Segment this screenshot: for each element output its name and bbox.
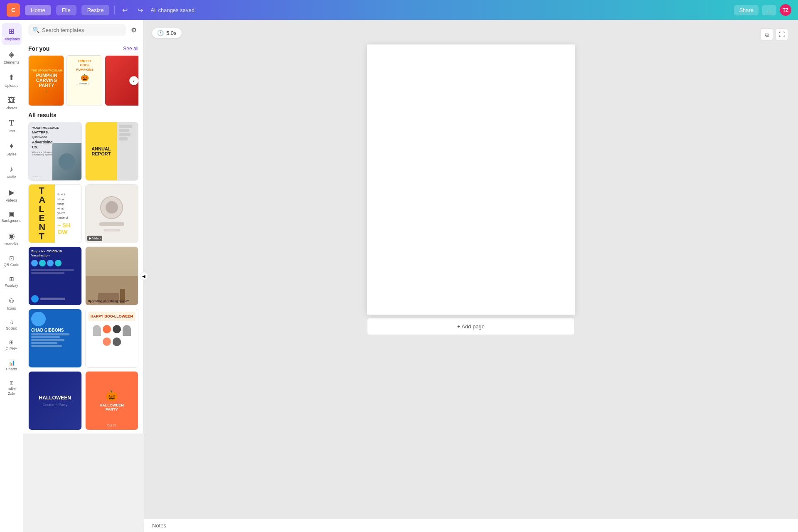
background-icon: ▣ — [9, 211, 14, 217]
search-bar: 🔍 ⚙ — [23, 20, 143, 40]
sidebar-item-giphy[interactable]: ⊞ GIPHY — [2, 336, 22, 355]
template-card-mug[interactable]: ▶ Video — [85, 184, 139, 243]
template-card-chad[interactable]: CHAD GIBBONS — [28, 309, 82, 368]
templates-icon: ⊞ — [8, 27, 15, 36]
template-card-halloween-boo[interactable]: HAPPY BOO-LLOWEEN — [85, 309, 139, 368]
sidebar-item-brandkit[interactable]: ◉ Brand­kit — [2, 228, 22, 250]
all-results-header: All results — [28, 112, 138, 118]
sidebar-item-elements[interactable]: ◈ Elements — [2, 47, 22, 68]
timer-icon: 🕐 — [157, 30, 164, 36]
sidebar-item-label: Background — [1, 219, 21, 223]
templates-panel: 🔍 ⚙ For you See all — [23, 20, 144, 433]
icons-icon: ☺ — [7, 296, 15, 305]
covid-badge — [31, 295, 39, 303]
filter-icon: ⚙ — [131, 27, 137, 34]
sidebar-item-qrcode[interactable]: ⊡ QR Code — [2, 251, 22, 271]
template-card-halloween-orange[interactable]: 🎃 HALLOWEENPARTY Oct 31 — [85, 371, 139, 430]
canvas-copy-button[interactable]: ⧉ — [761, 28, 773, 41]
photos-icon: 🖼 — [8, 96, 15, 105]
template-card-annual[interactable]: ANNUALREPORT — [85, 122, 139, 181]
sidebar-item-label: SoSuc — [6, 326, 17, 331]
topbar-right: Share ... TZ — [734, 4, 791, 16]
video-badge: ▶ Video — [87, 236, 103, 241]
add-page-button[interactable]: + Add page — [367, 318, 575, 335]
carousel-item[interactable]: PRETTYCOOLPUMPKINS 🎃 october 31 — [66, 55, 102, 106]
template-card-talent[interactable]: TALENT time toshowthemwhatyou'remade of … — [28, 184, 82, 243]
sidebar-item-templates[interactable]: ⊞ Templates — [2, 23, 22, 45]
sidebar-item-text[interactable]: T Text — [2, 116, 22, 137]
text-icon: T — [9, 119, 14, 128]
sosuc-icon: ♫ — [10, 319, 14, 325]
all-results-section: All results YOUR MESSAGEMATTERS.Quarkwoo… — [28, 112, 138, 430]
avatar[interactable]: TZ — [780, 4, 791, 16]
panel-wrapper: 🔍 ⚙ For you See all — [23, 20, 144, 532]
canvas-page — [367, 44, 575, 315]
sidebar-item-label: Elements — [4, 60, 20, 65]
canvas-expand-button[interactable]: ⛶ — [776, 28, 788, 41]
qrcode-icon: ⊡ — [9, 255, 14, 261]
app-logo[interactable]: C — [7, 3, 20, 17]
sidebar-item-uploads[interactable]: ⬆ Uploads — [2, 70, 22, 91]
template-card-halloween-blue[interactable]: HALLOWEEN Costume Party — [28, 371, 82, 430]
carousel-next-button[interactable]: › — [129, 76, 138, 85]
template-card-covid[interactable]: Steps for COVID-19 Vaccination — [28, 246, 82, 305]
notes-bar: Notes — [144, 519, 798, 532]
sidebar-item-label: Charts — [6, 367, 17, 372]
sidebar-item-pixabay[interactable]: ⊞ Pixabay — [2, 272, 22, 291]
charts-icon: 📊 — [8, 360, 15, 366]
sidebar-item-photos[interactable]: 🖼 Photos — [2, 93, 22, 114]
notes-label: Notes — [152, 522, 166, 529]
sidebar-item-label: Uploads — [5, 84, 18, 88]
all-results-title: All results — [28, 112, 57, 118]
sidebar-item-videos[interactable]: ▶ Videos — [2, 185, 22, 206]
panel-collapse-button[interactable]: ◀ — [140, 272, 148, 280]
canvas-area: 🕐 5.0s ⧉ ⛶ + Add page Notes — [144, 20, 798, 532]
search-input[interactable] — [42, 27, 122, 33]
sidebar-item-icons[interactable]: ☺ Icons — [2, 293, 22, 314]
template-card-interior[interactable]: Upgrading your living space? — [85, 246, 139, 305]
home-button[interactable]: Home — [25, 5, 51, 15]
see-all-link[interactable]: See all — [123, 46, 138, 52]
taikezaki-icon: ⊞ — [10, 380, 14, 386]
share-button[interactable]: Share — [734, 5, 759, 15]
resize-button[interactable]: Resize — [81, 5, 110, 15]
file-button[interactable]: File — [56, 5, 76, 15]
covid-circle — [31, 260, 38, 266]
sidebar-item-label: Audio — [7, 175, 16, 180]
topbar: C Home File Resize ↩ ↪ All changes saved… — [0, 0, 798, 20]
sidebar-item-audio[interactable]: ♪ Audio — [2, 162, 22, 183]
search-input-wrapper[interactable]: 🔍 — [28, 24, 126, 36]
sidebar-item-taikezaki[interactable]: ⊞ Taike Zaki — [2, 377, 22, 399]
sidebar-item-label: Taike Zaki — [3, 387, 20, 396]
icon-sidebar: ⊞ Templates ◈ Elements ⬆ Uploads 🖼 Photo… — [0, 20, 23, 532]
sidebar-item-label: Videos — [6, 198, 17, 203]
chad-sub — [31, 333, 79, 347]
chad-name: CHAD GIBBONS — [31, 328, 79, 332]
covid-circle — [39, 260, 46, 266]
audio-icon: ♪ — [10, 165, 13, 174]
giphy-icon: ⊞ — [9, 339, 14, 345]
sidebar-item-background[interactable]: ▣ Background — [2, 207, 22, 227]
search-icon: 🔍 — [32, 27, 39, 33]
sidebar-item-sosuc[interactable]: ♫ SoSuc — [2, 315, 22, 334]
more-button[interactable]: ... — [762, 5, 776, 15]
for-you-title: For you — [28, 45, 49, 52]
filter-button[interactable]: ⚙ — [129, 25, 138, 36]
elements-icon: ◈ — [9, 50, 15, 59]
sidebar-item-label: Photos — [5, 106, 17, 111]
sidebar-item-charts[interactable]: 📊 Charts — [2, 356, 22, 375]
saved-status: All changes saved — [150, 7, 195, 13]
for-you-carousel: THE SPOOKTACULAR PUMPKINCARVINGPARTY 🎃 P… — [28, 55, 138, 106]
uploads-icon: ⬆ — [8, 73, 15, 82]
sidebar-item-label: GIPHY — [5, 347, 17, 351]
sidebar-item-label: Text — [8, 129, 15, 133]
timer-value: 5.0s — [166, 30, 177, 36]
chevron-left-icon: ◀ — [142, 274, 145, 278]
videos-icon: ▶ — [9, 188, 15, 197]
sidebar-item-label: QR Code — [4, 263, 20, 267]
carousel-item[interactable]: THE SPOOKTACULAR PUMPKINCARVINGPARTY 🎃 — [28, 55, 64, 106]
template-card-quarkwood[interactable]: YOUR MESSAGEMATTERS.QuarkwoodAdvertising… — [28, 122, 82, 181]
sidebar-item-styles[interactable]: ✦ Styles — [2, 138, 22, 160]
undo-button[interactable]: ↩ — [120, 5, 130, 16]
redo-button[interactable]: ↪ — [135, 5, 145, 16]
